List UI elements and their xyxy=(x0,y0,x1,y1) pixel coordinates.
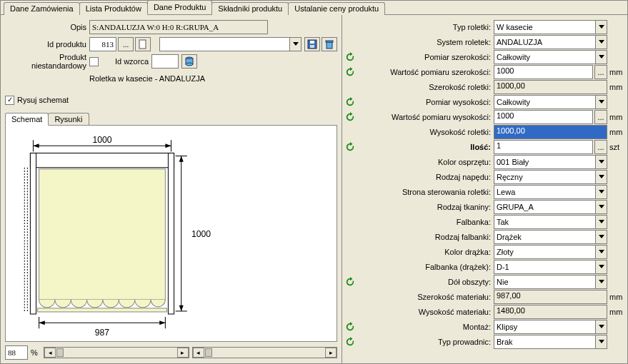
refresh-button[interactable] xyxy=(342,322,358,332)
combo-value: Lewa xyxy=(494,188,595,196)
chevron-down-icon[interactable] xyxy=(595,201,607,213)
refresh-button[interactable] xyxy=(342,277,358,287)
chevron-down-icon[interactable] xyxy=(595,186,607,198)
refresh-button[interactable] xyxy=(342,67,358,77)
combo-value: Ręczny xyxy=(494,173,595,181)
property-field: W kasecie xyxy=(494,20,607,34)
draw-schema-checkbox[interactable] xyxy=(5,96,14,105)
svg-marker-18 xyxy=(179,156,184,162)
h-scroll-1[interactable]: ◂ ▸ xyxy=(44,347,189,358)
combo[interactable]: W kasecie xyxy=(494,20,607,34)
subtab-schemat[interactable]: Schemat xyxy=(5,113,49,126)
idprod-browse-button[interactable]: ... xyxy=(118,37,134,51)
chevron-down-icon[interactable] xyxy=(595,216,607,228)
idprod-label: Id produktu xyxy=(5,40,89,49)
property-label: Falbanka: xyxy=(358,218,494,226)
combo[interactable]: Całkowity xyxy=(494,50,607,64)
combo[interactable]: Brak xyxy=(494,335,607,349)
text-input[interactable]: 1000 xyxy=(494,65,593,79)
chevron-down-icon[interactable] xyxy=(595,36,607,49)
scroll-thumb[interactable] xyxy=(205,348,212,357)
combo[interactable]: Klipsy xyxy=(494,320,607,334)
chevron-down-icon[interactable] xyxy=(595,320,607,333)
tab-components[interactable]: Składniki produktu xyxy=(211,2,289,15)
svg-rect-22 xyxy=(168,153,174,314)
idwz-label: Id wzorca xyxy=(114,57,151,66)
svg-rect-21 xyxy=(30,153,36,314)
refresh-button[interactable] xyxy=(342,142,358,152)
combo[interactable]: Drążek xyxy=(494,230,607,244)
combo[interactable]: 001 Biały xyxy=(494,155,607,169)
refresh-button[interactable] xyxy=(342,97,358,107)
chevron-down-icon[interactable] xyxy=(595,21,607,34)
opis-field[interactable] xyxy=(89,20,268,34)
svg-rect-5 xyxy=(327,42,332,49)
combo[interactable]: Złoty xyxy=(494,245,607,259)
property-label: Rodzaj napędu: xyxy=(358,173,494,181)
delete-button[interactable] xyxy=(322,37,337,51)
idwz-action-button[interactable] xyxy=(181,54,197,69)
property-label: Szerokość roletki: xyxy=(358,83,494,91)
scroll-right-icon[interactable]: ▸ xyxy=(325,348,337,358)
trash-icon xyxy=(324,39,335,50)
chevron-down-icon[interactable] xyxy=(289,38,301,51)
browse-button[interactable]: ... xyxy=(594,65,607,79)
refresh-icon xyxy=(345,112,355,122)
tab-order[interactable]: Dane Zamówienia xyxy=(4,2,80,15)
scroll-left-icon[interactable]: ◂ xyxy=(44,348,56,358)
chevron-down-icon[interactable] xyxy=(595,96,607,108)
property-label: Wysokość roletki: xyxy=(358,128,494,136)
refresh-icon xyxy=(345,322,355,332)
idprod-field[interactable] xyxy=(89,37,116,51)
browse-button[interactable]: ... xyxy=(594,140,607,154)
combo[interactable]: Ręczny xyxy=(494,170,607,184)
svg-marker-41 xyxy=(599,235,604,238)
unit-label: szt xyxy=(607,143,624,151)
scroll-left-icon[interactable]: ◂ xyxy=(193,348,204,358)
chevron-down-icon[interactable] xyxy=(595,171,607,183)
main-tabs: Dane Zamówienia Lista Produktów Dane Pro… xyxy=(1,1,627,15)
text-input[interactable]: 1000 xyxy=(494,110,593,124)
text-input[interactable]: 1 xyxy=(494,140,593,154)
svg-marker-32 xyxy=(599,25,604,29)
combo[interactable]: ANDALUZJA xyxy=(494,35,607,49)
combo[interactable]: Nie xyxy=(494,275,607,289)
chevron-down-icon[interactable] xyxy=(595,275,607,288)
zoom-input[interactable] xyxy=(5,345,28,360)
property-row: Rodzaj tkaniny:GRUPA_A xyxy=(342,199,624,214)
refresh-button[interactable] xyxy=(342,337,358,347)
property-row: Typ roletki:W kasecie xyxy=(342,19,624,34)
opis-label: Opis xyxy=(5,23,89,31)
combo[interactable]: Tak xyxy=(494,215,607,229)
idprod-clear-button[interactable] xyxy=(135,37,151,51)
tab-pricing[interactable]: Ustalanie ceny produktu xyxy=(288,2,385,15)
property-row: Pomiar szerokości:Całkowity xyxy=(342,49,624,64)
browse-button[interactable]: ... xyxy=(594,110,607,124)
idwz-field[interactable] xyxy=(151,54,179,69)
dim-top: 1000 xyxy=(92,135,111,145)
chevron-down-icon[interactable] xyxy=(595,231,607,243)
chevron-down-icon[interactable] xyxy=(595,261,607,273)
refresh-button[interactable] xyxy=(342,52,358,62)
tab-product-data[interactable]: Dane Produktu xyxy=(147,0,212,14)
combo[interactable]: Całkowity xyxy=(494,95,607,109)
chevron-down-icon[interactable] xyxy=(595,246,607,258)
chevron-down-icon[interactable] xyxy=(595,156,607,168)
svg-marker-19 xyxy=(179,305,184,311)
text-input[interactable]: 1000,00 xyxy=(494,125,607,139)
h-scroll-2[interactable]: ◂ ▸ xyxy=(192,347,338,358)
combo[interactable]: GRUPA_A xyxy=(494,200,607,214)
scroll-right-icon[interactable]: ▸ xyxy=(177,348,189,358)
subtab-rysunki[interactable]: Rysunki xyxy=(48,113,89,125)
idprod-combo[interactable] xyxy=(159,37,301,51)
chevron-down-icon[interactable] xyxy=(595,51,607,64)
combo[interactable]: D-1 xyxy=(494,260,607,274)
nonstd-checkbox[interactable] xyxy=(89,57,99,66)
chevron-down-icon[interactable] xyxy=(595,335,607,348)
tab-product-list[interactable]: Lista Produktów xyxy=(79,2,148,15)
svg-marker-34 xyxy=(599,55,604,59)
scroll-thumb[interactable] xyxy=(56,348,64,357)
combo[interactable]: Lewa xyxy=(494,185,607,199)
refresh-button[interactable] xyxy=(342,112,358,122)
save-button[interactable] xyxy=(304,37,320,51)
